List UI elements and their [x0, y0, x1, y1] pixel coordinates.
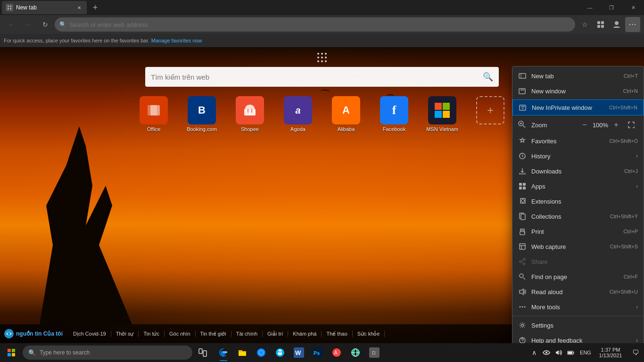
menu-item-new-tab[interactable]: New tab Ctrl+T	[512, 68, 644, 83]
profile-icon[interactable]	[609, 17, 624, 32]
collections-icon[interactable]	[593, 17, 608, 32]
menu-item-findonpage[interactable]: Find on page Ctrl+F	[512, 269, 644, 284]
svg-rect-41	[520, 231, 525, 235]
start-button[interactable]	[0, 343, 23, 362]
menu-item-inprivate[interactable]: New InPrivate window Ctrl+Shift+N	[512, 99, 644, 115]
app-booking[interactable]: B Booking.com	[181, 96, 223, 132]
active-tab[interactable]: New tab ✕	[2, 1, 87, 14]
news-item-thethao[interactable]: Thể thao	[322, 331, 352, 337]
search-submit-icon[interactable]: 🔍	[483, 72, 493, 82]
task-view-button[interactable]	[193, 343, 212, 362]
address-bar[interactable]: 🔍	[55, 17, 575, 32]
forward-button[interactable]: →	[21, 17, 36, 32]
zoom-out-button[interactable]: −	[578, 118, 591, 132]
show-hidden-icons[interactable]: ∧	[528, 343, 540, 362]
app-shopee[interactable]: Shopee	[229, 96, 271, 132]
svg-point-43	[524, 232, 525, 233]
refresh-button[interactable]: ↻	[38, 17, 53, 32]
zoom-icon	[518, 121, 527, 130]
app-msn[interactable]: MSN Vietnam	[421, 96, 463, 132]
svg-rect-60	[199, 349, 202, 354]
menu-item-history[interactable]: History ›	[512, 148, 644, 164]
language-indicator[interactable]: ENG	[577, 343, 594, 362]
taskbar-skype-icon[interactable]	[271, 343, 289, 362]
zoom-fullscreen-button[interactable]	[625, 118, 638, 132]
taskbar-edge-icon[interactable]	[214, 343, 233, 362]
dots-grid[interactable]	[110, 52, 534, 63]
menu-item-downloads[interactable]: Downloads Ctrl+J	[512, 164, 644, 179]
inprivate-shortcut: Ctrl+Shift+N	[609, 105, 637, 110]
taskbar-edge2-icon[interactable]	[252, 343, 271, 362]
share-icon	[518, 257, 527, 266]
app-facebook[interactable]: f Facebook	[373, 96, 415, 132]
news-item-covid[interactable]: Dịch Covid-19	[68, 331, 111, 337]
taskbar-app7-icon[interactable]: 🗋	[365, 343, 384, 362]
window-controls: — ❐ ✕	[579, 0, 644, 15]
menu-item-favorites[interactable]: Favorites Ctrl+Shift+O	[512, 133, 644, 148]
volume-icon[interactable]	[553, 343, 565, 362]
tab-close-button[interactable]: ✕	[75, 4, 83, 11]
new-tab-button[interactable]: +	[89, 1, 102, 14]
manage-favorites-link[interactable]: Manage favorites now	[151, 38, 202, 43]
zoom-in-button[interactable]: +	[610, 118, 623, 132]
news-item-thoisu[interactable]: Thời sự	[111, 331, 139, 337]
close-button[interactable]: ✕	[622, 0, 644, 15]
menu-item-collections[interactable]: Collections Ctrl+Shift+Y	[512, 209, 644, 224]
app-agoda[interactable]: a Agoda	[277, 96, 319, 132]
menu-item-helpfeedback[interactable]: Help and feedback ›	[512, 333, 644, 343]
back-button[interactable]: ←	[4, 17, 19, 32]
favorites-icon[interactable]: ☆	[577, 17, 592, 32]
news-item-khampha[interactable]: Khám phá	[288, 331, 322, 337]
svg-rect-30	[519, 74, 526, 78]
menu-item-readaloud[interactable]: Read aloud Ctrl+Shift+U	[512, 284, 644, 299]
add-shortcut[interactable]: +	[469, 96, 512, 132]
menu-item-webcapture[interactable]: Web capture Ctrl+Shift+S	[512, 239, 644, 254]
taskbar-fileexplorer-icon[interactable]	[233, 343, 252, 362]
news-item-gocnhin[interactable]: Góc nhìn	[165, 331, 196, 337]
clock[interactable]: 1:37 PM 1/13/2021	[594, 343, 627, 362]
menu-item-moretools[interactable]: More tools ›	[512, 299, 644, 314]
minimize-button[interactable]: —	[579, 0, 601, 15]
restore-button[interactable]: ❐	[601, 0, 622, 15]
menu-item-extensions[interactable]: Extensions	[512, 194, 644, 209]
taskbar-search[interactable]: 🔍 Type here to search	[23, 346, 192, 360]
fchat-logo[interactable]: nguồn tin Của tôi	[4, 329, 63, 339]
taskbar-word-icon[interactable]: W	[289, 343, 308, 362]
news-item-tinthoigoi[interactable]: Tin thế giới	[196, 331, 231, 337]
menu-item-print[interactable]: Print Ctrl+P	[512, 224, 644, 239]
svg-point-10	[317, 53, 319, 55]
menu-item-new-window[interactable]: New window Ctrl+N	[512, 83, 644, 99]
news-item-taichinh[interactable]: Tài chính	[231, 331, 263, 337]
menu-item-settings[interactable]: Settings	[512, 318, 644, 333]
news-item-suckhoe[interactable]: Sức khỏe	[353, 331, 385, 337]
address-input[interactable]	[69, 21, 570, 28]
news-item-giairi[interactable]: Giải trí	[263, 331, 288, 337]
svg-point-17	[321, 60, 323, 62]
web-search-box[interactable]: 🔍	[145, 67, 499, 87]
menu-button[interactable]: ···	[625, 17, 640, 32]
news-item-tintuc[interactable]: Tin tức	[139, 331, 165, 337]
taskbar-app5-icon[interactable]: A	[327, 343, 346, 362]
downloads-label: Downloads	[531, 168, 619, 175]
app-office[interactable]: Office	[132, 96, 175, 132]
extensions-icon	[518, 197, 527, 206]
zoom-value: 100%	[592, 122, 609, 129]
moretools-icon	[518, 303, 527, 311]
msn-label: MSN Vietnam	[426, 126, 458, 132]
menu-item-apps[interactable]: Apps ›	[512, 179, 644, 194]
history-label: History	[531, 153, 627, 160]
taskbar-app6-icon[interactable]	[346, 343, 365, 362]
helpfeedback-arrow: ›	[636, 337, 638, 343]
new-window-label: New window	[531, 88, 619, 95]
notification-button[interactable]: 🗨	[627, 343, 644, 362]
svg-point-48	[520, 274, 523, 278]
web-search-input[interactable]	[151, 73, 479, 81]
taskbar-photoshop-icon[interactable]: Ps	[308, 343, 327, 362]
battery-icon[interactable]	[565, 343, 577, 362]
agoda-icon: a	[284, 96, 312, 124]
moretools-arrow: ›	[636, 304, 638, 310]
svg-rect-25	[443, 103, 450, 110]
app-alibaba[interactable]: A Alibaba	[325, 96, 367, 132]
network-icon[interactable]	[540, 343, 553, 362]
apps-menu-icon	[518, 182, 527, 190]
